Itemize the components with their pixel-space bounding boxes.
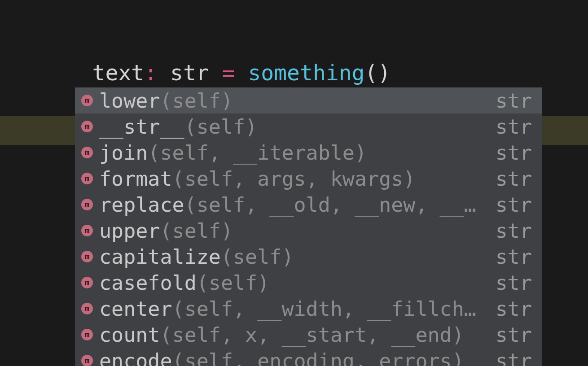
- method-badge-icon: m: [81, 355, 93, 366]
- completion-return-type: str: [487, 245, 532, 269]
- token-function-call: something: [248, 60, 364, 85]
- completion-name: upper: [99, 219, 160, 243]
- completion-item-upper[interactable]: mupper(self)str: [75, 218, 542, 244]
- completion-name: lower: [99, 89, 160, 113]
- token-space: [235, 60, 248, 85]
- completion-params: (self): [184, 115, 258, 139]
- token-parentheses: (): [365, 60, 391, 85]
- completion-return-type: str: [487, 167, 532, 191]
- completion-params: (self, encoding, errors): [172, 349, 464, 366]
- completion-return-type: str: [487, 193, 532, 217]
- completion-item-format[interactable]: mformat(self, args, kwargs)str: [75, 166, 542, 192]
- method-badge-icon: m: [81, 251, 93, 262]
- method-badge-icon: m: [81, 225, 93, 236]
- completion-params: (self, args, kwargs): [172, 167, 416, 191]
- token-colon: :: [144, 60, 157, 85]
- completion-item-center[interactable]: mcenter(self, __width, __fillcha…str: [75, 296, 542, 322]
- completion-return-type: str: [487, 323, 532, 347]
- completion-name: center: [99, 297, 172, 321]
- method-badge-icon: m: [81, 173, 93, 184]
- completion-name: replace: [99, 193, 184, 217]
- token-variable: text: [92, 60, 145, 85]
- token-space: [209, 60, 222, 85]
- completion-name: capitalize: [99, 245, 221, 269]
- completion-return-type: str: [487, 89, 532, 113]
- completion-name: encode: [99, 349, 172, 366]
- completion-params: (self): [221, 245, 294, 269]
- completion-params: (self, __iterable): [148, 141, 367, 165]
- completion-item-join[interactable]: mjoin(self, __iterable)str: [75, 139, 542, 166]
- code-editor[interactable]: text: str = something() text. ~ mlower(s…: [0, 0, 588, 366]
- completion-name: join: [99, 141, 148, 165]
- autocomplete-popup[interactable]: mlower(self)strm__str__(self)strmjoin(se…: [75, 87, 542, 366]
- completion-name: casefold: [99, 271, 197, 295]
- completion-params: (self, __width, __fillcha…: [172, 297, 487, 321]
- completion-return-type: str: [487, 271, 532, 295]
- method-badge-icon: m: [81, 95, 93, 106]
- completion-params: (self, x, __start, __end): [160, 323, 464, 347]
- token-space: [157, 60, 170, 85]
- completion-return-type: str: [487, 349, 532, 366]
- method-badge-icon: m: [81, 303, 93, 314]
- completion-return-type: str: [487, 141, 532, 165]
- completion-name: count: [99, 323, 160, 347]
- completion-item-lower[interactable]: mlower(self)str: [75, 87, 542, 113]
- completion-name: format: [99, 167, 172, 191]
- completion-params: (self, __old, __new, __c…: [184, 193, 487, 217]
- completion-params: (self): [160, 219, 233, 243]
- method-badge-icon: m: [81, 121, 93, 132]
- completion-item-casefold[interactable]: mcasefold(self)str: [75, 270, 542, 296]
- completion-params: (self): [197, 271, 270, 295]
- completion-return-type: str: [487, 115, 532, 139]
- completion-return-type: str: [487, 297, 532, 321]
- completion-item-count[interactable]: mcount(self, x, __start, __end)str: [75, 322, 542, 348]
- completion-return-type: str: [487, 219, 532, 243]
- completion-params: (self): [160, 89, 233, 113]
- completion-item-capitalize[interactable]: mcapitalize(self)str: [75, 244, 542, 270]
- completion-name: __str__: [99, 115, 184, 139]
- method-badge-icon: m: [81, 199, 93, 210]
- completion-item-encode[interactable]: mencode(self, encoding, errors)str: [75, 348, 542, 366]
- method-badge-icon: m: [81, 329, 93, 340]
- token-equals: =: [222, 60, 235, 85]
- completion-item-__str__[interactable]: m__str__(self)str: [75, 113, 542, 139]
- method-badge-icon: m: [81, 147, 93, 158]
- method-badge-icon: m: [81, 277, 93, 288]
- token-type-annotation: str: [170, 60, 209, 85]
- completion-item-replace[interactable]: mreplace(self, __old, __new, __c…str: [75, 192, 542, 218]
